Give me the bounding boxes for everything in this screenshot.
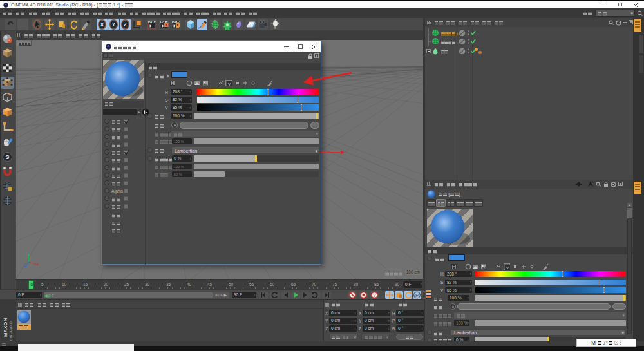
- svg-text:CINEMA 4D: CINEMA 4D: [9, 321, 13, 341]
- svg-text:V: V: [228, 82, 231, 86]
- svg-text:X: X: [100, 21, 104, 28]
- svg-text:?: ?: [374, 293, 376, 298]
- svg-text:Y: Y: [112, 21, 115, 28]
- svg-text:Z: Z: [124, 21, 126, 28]
- svg-text:MAXON: MAXON: [3, 318, 8, 337]
- svg-text:V: V: [506, 266, 509, 270]
- svg-text:P: P: [415, 292, 419, 298]
- svg-text:S: S: [5, 153, 9, 160]
